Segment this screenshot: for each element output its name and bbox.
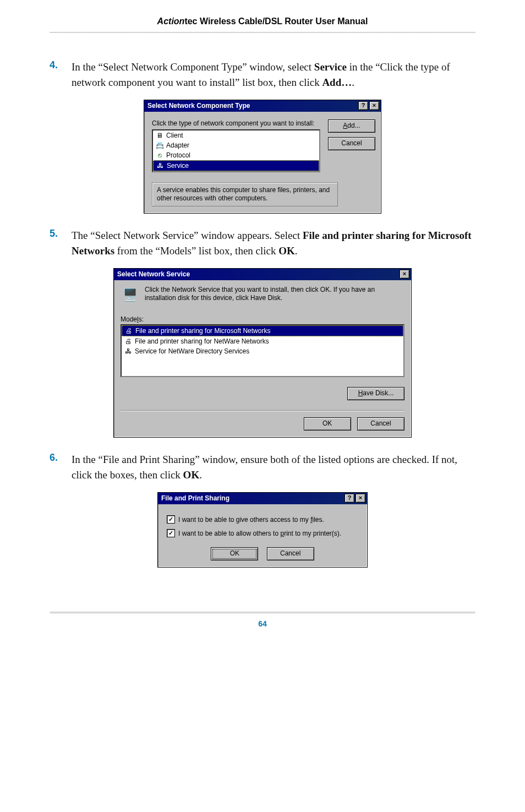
add-button[interactable]: Add... [328,119,375,133]
list-item-adapter[interactable]: Adapter [153,140,319,150]
header-rule [50,32,475,33]
models-listbox[interactable]: File and printer sharing for Microsoft N… [121,324,404,377]
step-6: 6. In the “File and Print Sharing” windo… [50,452,475,482]
dialog1-right-col: Add... Cancel [328,119,374,172]
step6-end: . [199,469,202,481]
printer-icon [124,326,133,335]
step4-end: . [352,77,354,88]
dialog2-bottom-row: OK Cancel [121,410,404,430]
list-item-client[interactable]: Client [153,130,319,140]
step5-bold2: OK [278,245,295,257]
step-4: 4. In the “Select Network Component Type… [50,59,475,90]
opt2-rest: rint to my printer(s). [284,530,341,537]
cancel-button[interactable]: Cancel [267,547,314,560]
dialog-select-network-component-type: Select Network Component Type ? × Click … [144,100,381,214]
dialog2-body: 🖥️ Click the Network Service that you wa… [114,280,411,437]
step4-bold2: Add… [322,77,352,88]
dialog2-intro-text: Click the Network Service that you want … [145,286,404,302]
figure-dialog-2: Select Network Service × 🖥️ Click the Ne… [50,268,475,438]
step4-pre: In the “Select Network Component Type” w… [72,61,314,73]
adapter-label: Adapter [166,141,189,149]
dialog1-title: Select Network Component Type [147,102,250,110]
service-icon [156,161,165,170]
list-item-service[interactable]: Service [153,160,319,171]
page: Actiontec Wireless Cable/DSL Router User… [0,0,525,650]
brand-suffix: tec [184,17,197,26]
opt2-pre: I want to be able to allow others to [178,530,280,537]
list-item-nds-service[interactable]: Service for NetWare Directory Services [122,346,403,356]
figure-dialog-3: File and Print Sharing ? × I want to be … [50,492,475,568]
dialog-file-and-print-sharing: File and Print Sharing ? × I want to be … [157,492,368,568]
ms-label: File and printer sharing for Microsoft N… [135,327,270,335]
ok-button[interactable]: OK [304,417,351,430]
step-4-number: 4. [50,59,72,71]
client-icon [155,131,164,140]
checkbox-files[interactable] [167,515,175,524]
header: Actiontec Wireless Cable/DSL Router User… [0,0,525,33]
dialog2-titlebar-buttons: × [400,270,409,279]
dialog3-body: I want to be able to give others access … [158,504,367,567]
dialog1-titlebar-buttons: ? × [358,101,379,110]
ok-button[interactable]: OK [211,547,258,560]
running-head: Actiontec Wireless Cable/DSL Router User… [50,17,475,26]
step-6-body: In the “File and Print Sharing” window, … [72,452,475,482]
dialog2-have-disk-row: Have Disk... [121,387,404,400]
content: 4. In the “Select Network Component Type… [0,37,525,568]
service-icon [124,347,133,356]
models-label: Models: [121,315,404,323]
dialog1-description: A service enables this computer to share… [152,182,338,206]
opt1-rest: iles. [312,516,324,524]
checkbox-printers[interactable] [167,529,175,537]
have-disk-button[interactable]: Have Disk... [347,387,404,400]
close-icon[interactable]: × [369,101,379,110]
help-icon[interactable]: ? [344,494,354,503]
checkbox-row-files[interactable]: I want to be able to give others access … [167,515,358,524]
opt1-pre: I want to be able to give others access … [178,516,310,524]
models-rest: s: [139,315,144,323]
opt1-label: I want to be able to give others access … [178,516,324,524]
protocol-icon [155,151,164,160]
dialog1-top-row: Click the type of network component you … [152,119,374,172]
step-5: 5. The “Select Network Service” window a… [50,228,475,258]
dialog2-titlebar: Select Network Service × [114,269,411,280]
step-5-body: The “Select Network Service” window appe… [72,228,475,258]
dialog3-titlebar: File and Print Sharing ? × [158,493,367,504]
step-6-number: 6. [50,452,72,464]
opt2-label: I want to be able to allow others to pri… [178,530,341,537]
checkbox-row-printers[interactable]: I want to be able to allow others to pri… [167,529,358,537]
cancel-button[interactable]: Cancel [328,137,375,150]
nds-label: Service for NetWare Directory Services [135,347,249,355]
step6-bold1: OK [183,469,200,481]
dialog1-titlebar: Select Network Component Type ? × [144,100,381,112]
dialog1-prompt: Click the type of network component you … [152,119,320,127]
list-item-ms-sharing[interactable]: File and printer sharing for Microsoft N… [122,325,403,336]
models-pre: Mode [121,315,137,323]
service-label: Service [167,162,189,170]
help-icon[interactable]: ? [358,101,368,110]
dialog3-bottom-row: OK Cancel [167,547,358,560]
protocol-label: Protocol [166,151,190,159]
close-icon[interactable]: × [400,270,409,279]
dialog2-intro: 🖥️ Click the Network Service that you wa… [121,286,404,304]
step-5-number: 5. [50,228,72,239]
step5-end: . [295,245,298,257]
list-item-netware-sharing[interactable]: File and printer sharing for NetWare Net… [122,336,403,346]
step4-bold1: Service [314,61,347,73]
cancel-button[interactable]: Cancel [357,417,404,430]
dialog1-left-col: Click the type of network component you … [152,119,320,172]
close-icon[interactable]: × [356,494,365,503]
component-type-listbox[interactable]: Client Adapter Protocol Service [152,129,320,172]
dialog1-body: Click the type of network component you … [144,112,381,213]
step-4-body: In the “Select Network Component Type” w… [72,59,475,90]
title-rest: Wireless Cable/DSL Router User Manual [198,17,368,26]
adapter-icon [155,141,164,150]
step5-pre: The “Select Network Service” window appe… [72,230,303,241]
footer-rule [50,612,475,614]
brand-italic: Action [157,17,185,26]
figure-dialog-1: Select Network Component Type ? × Click … [50,100,475,214]
step6-pre: In the “File and Print Sharing” window, … [72,454,457,481]
add-rest: dd... [347,122,360,129]
network-service-icon: 🖥️ [121,286,139,304]
list-item-protocol[interactable]: Protocol [153,150,319,160]
printer-icon [124,337,133,346]
